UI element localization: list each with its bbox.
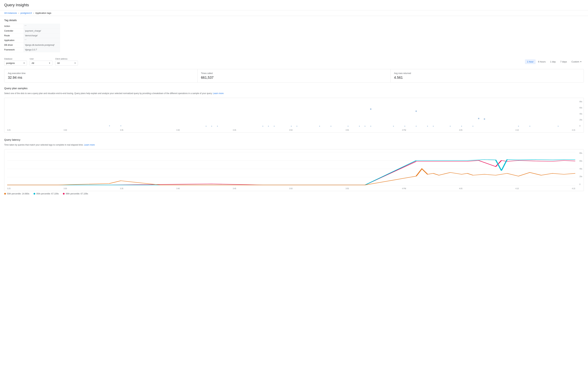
scatter-dot[interactable]: [120, 126, 121, 126]
scatter-dot[interactable]: [472, 126, 473, 126]
time-btn-1day[interactable]: 1 day: [548, 59, 558, 64]
scatter-dot[interactable]: [319, 126, 320, 126]
scatter-dot-high-2[interactable]: [415, 110, 417, 112]
user-filter-group: User All ▼: [30, 58, 52, 66]
client-address-filter-group: Client address All ▼: [55, 58, 78, 66]
scatter-dot[interactable]: [365, 126, 365, 126]
y-label-80s: 80s: [579, 101, 582, 103]
breadcrumb-sep-1: ›: [18, 12, 19, 14]
scatter-dot[interactable]: [427, 126, 428, 126]
scatter-dot[interactable]: [211, 126, 212, 126]
query-latency-desc-text: Time taken by queries that match your se…: [4, 144, 84, 146]
scatter-dot[interactable]: [529, 126, 530, 126]
query-latency-y-labels: 80s 60s 40s 20s 0: [579, 150, 582, 191]
metric-times-called-value: 661,537: [201, 76, 387, 80]
x-label: 3:55: [346, 129, 349, 131]
scatter-dot[interactable]: [262, 126, 263, 126]
y-label-0: 0: [579, 184, 582, 185]
scatter-dot-high-1[interactable]: [370, 108, 371, 110]
scatter-dot[interactable]: [370, 126, 371, 126]
tag-row-application: Application ' ': [4, 38, 60, 43]
y-label-60s: 60s: [579, 107, 582, 109]
query-plan-y-labels: 80s 60s 40s 20s 0: [579, 98, 582, 132]
legend-dot-99th: [63, 193, 65, 194]
query-latency-desc: Time taken by queries that match your se…: [4, 143, 584, 146]
scatter-area: [7, 101, 575, 127]
scatter-dot-high-3[interactable]: [478, 118, 479, 119]
time-btn-1hour[interactable]: 1 hour: [525, 59, 536, 64]
metric-times-called-label: Times called: [201, 72, 387, 74]
x-label: 3:45: [233, 188, 236, 190]
database-filter-select[interactable]: postgres ▼: [4, 60, 27, 66]
breadcrumb-all-instances[interactable]: All instances: [4, 12, 17, 14]
tag-label-dbdriver: DB driver: [4, 43, 24, 47]
query-plan-learn-more[interactable]: Learn more: [213, 92, 224, 94]
breadcrumb-sep-2: ›: [33, 12, 34, 14]
y-label-40s: 40s: [579, 168, 582, 170]
scatter-dot[interactable]: [433, 126, 434, 126]
scatter-dot[interactable]: [297, 126, 297, 126]
client-address-filter-select[interactable]: All ▼: [55, 60, 78, 66]
tag-row-action: Action ' ': [4, 24, 60, 28]
breadcrumb-postgres13[interactable]: postgres13: [21, 12, 32, 14]
tag-row-framework: Framework 'django:3.0.7': [4, 48, 60, 52]
database-filter-value: postgres: [6, 62, 22, 64]
database-filter-arrow: ▼: [23, 62, 25, 64]
y-label-20s: 20s: [579, 176, 582, 178]
legend-label-95th: 95th percentile: 67.109s: [36, 192, 59, 195]
scatter-dot[interactable]: [348, 126, 348, 126]
x-label: 4 PM: [402, 188, 406, 190]
scatter-dot[interactable]: [274, 126, 275, 126]
time-btn-custom[interactable]: Custom ▼: [569, 59, 584, 64]
legend-dot-50th: [4, 193, 6, 194]
x-label: 3:25: [7, 129, 11, 131]
tag-row-controller: Controller 'payment_charge': [4, 28, 60, 33]
scatter-dot[interactable]: [450, 126, 451, 126]
time-btn-7days[interactable]: 7 days: [558, 59, 569, 64]
tag-value-controller: 'payment_charge': [24, 28, 60, 33]
tag-label-application: Application: [4, 38, 24, 42]
legend-50th: 50th percentile: 14.680s: [4, 192, 29, 195]
scatter-dot[interactable]: [518, 126, 519, 126]
tag-value-dbdriver: 'django.db.backends.postgresql': [24, 43, 60, 47]
y-label-20s: 20s: [579, 119, 582, 121]
query-latency-section: Query latency Time taken by queries that…: [4, 138, 584, 195]
scatter-dot[interactable]: [404, 126, 405, 126]
scatter-dot[interactable]: [217, 126, 218, 126]
tag-details-table: Action ' ' Controller 'payment_charge' R…: [4, 24, 60, 52]
query-latency-learn-more[interactable]: Learn more: [84, 144, 95, 146]
scatter-dot[interactable]: [291, 126, 292, 126]
scatter-dot[interactable]: [206, 126, 206, 126]
95th-percentile-line: [7, 160, 575, 185]
tag-label-route: Route: [4, 33, 24, 38]
scatter-dot-high-4[interactable]: [484, 118, 485, 120]
scatter-dot[interactable]: [268, 126, 269, 126]
x-label: 4:15: [572, 129, 575, 131]
breadcrumb: All instances › postgres13 › Application…: [0, 10, 588, 16]
user-filter-select[interactable]: All ▼: [30, 60, 52, 66]
query-plan-title: Query plan samples: [4, 87, 584, 90]
tag-row-route: Route 'demo/charge': [4, 33, 60, 38]
x-label: 4:05: [459, 129, 462, 131]
tag-row-dbdriver: DB driver 'django.db.backends.postgresql…: [4, 43, 60, 48]
client-address-filter-arrow: ▼: [74, 62, 76, 64]
x-label: 4:10: [515, 129, 519, 131]
x-label: 4 PM: [402, 129, 406, 131]
scatter-dot[interactable]: [359, 126, 360, 126]
scatter-dot[interactable]: [109, 126, 110, 126]
legend-label-50th: 50th percentile: 14.680s: [7, 192, 29, 195]
scatter-dot[interactable]: [416, 126, 417, 126]
x-label: 3:50: [289, 129, 293, 131]
scatter-dot[interactable]: [461, 126, 462, 126]
user-filter-value: All: [32, 62, 47, 64]
y-label-40s: 40s: [579, 113, 582, 115]
query-plan-x-labels: 3:25 3:30 3:35 3:40 3:45 3:50 3:55 4 PM …: [7, 129, 575, 131]
metric-avg-execution-label: Avg execution time: [8, 72, 194, 74]
metric-avg-rows: Avg rows returned 4.561: [390, 69, 584, 82]
scatter-dot[interactable]: [393, 126, 394, 126]
database-filter-label: Database: [4, 58, 27, 60]
legend-95th: 95th percentile: 67.109s: [34, 192, 59, 195]
scatter-dot[interactable]: [331, 126, 331, 126]
time-btn-6hours[interactable]: 6 hours: [536, 59, 548, 64]
scatter-dot[interactable]: [558, 126, 559, 126]
